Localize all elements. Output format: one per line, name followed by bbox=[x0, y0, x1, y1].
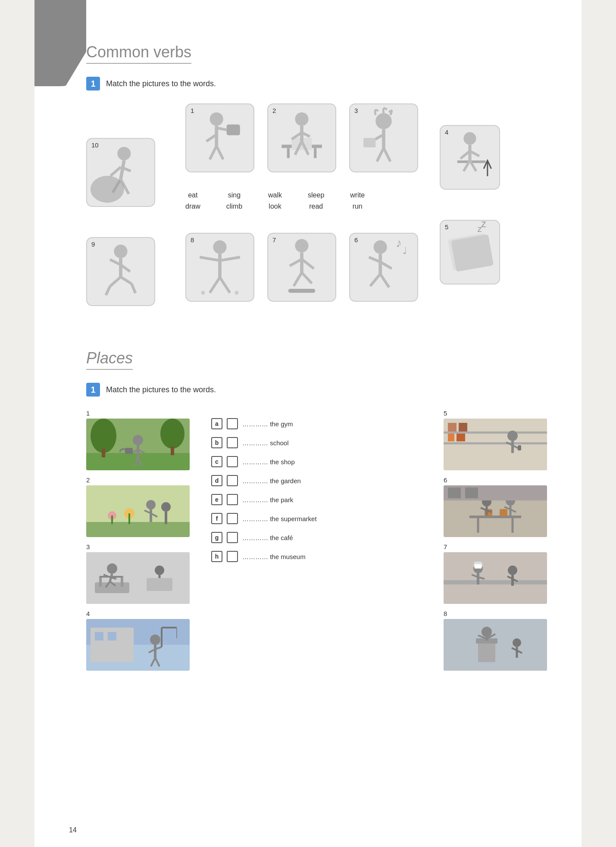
answer-box-b[interactable] bbox=[227, 437, 238, 448]
verb-pic-label-9: 9 bbox=[91, 241, 95, 248]
verb-picture-9: 9 bbox=[86, 237, 155, 306]
place-img-box-5 bbox=[444, 419, 547, 470]
place-svg-1 bbox=[86, 419, 190, 470]
place-label-f: ………… the supermarket bbox=[242, 515, 317, 522]
verb-pic-label-10: 10 bbox=[91, 141, 99, 149]
word-pair-5: write run bbox=[350, 190, 365, 212]
match-item-e: e ………… the park bbox=[211, 494, 431, 505]
places-section: Places 1 Match the pictures to the words… bbox=[86, 349, 547, 671]
svg-rect-127 bbox=[444, 431, 547, 434]
svg-rect-85 bbox=[125, 448, 133, 454]
svg-point-133 bbox=[507, 431, 518, 441]
word-pair-2: sing climb bbox=[226, 190, 242, 212]
svg-point-117 bbox=[150, 634, 160, 645]
svg-rect-131 bbox=[448, 434, 454, 441]
place-svg-5 bbox=[444, 419, 547, 470]
answer-box-h[interactable] bbox=[227, 551, 238, 562]
place-img-box-4 bbox=[86, 619, 190, 671]
place-img-box-8 bbox=[444, 619, 547, 671]
place-label-e: ………… the park bbox=[242, 496, 293, 503]
word-sleep: sleep bbox=[308, 190, 324, 201]
svg-line-58 bbox=[294, 272, 302, 286]
svg-line-44 bbox=[106, 286, 110, 295]
place-image-1: 1 bbox=[86, 409, 198, 470]
activity1-number: 1 bbox=[86, 77, 100, 91]
match-item-b: b ………… school bbox=[211, 437, 431, 448]
word-write: write bbox=[350, 190, 365, 201]
svg-point-7 bbox=[210, 113, 223, 126]
svg-point-174 bbox=[513, 638, 521, 647]
activity1-instruction: Match the pictures to the words. bbox=[106, 79, 216, 88]
place-num-4: 4 bbox=[86, 610, 198, 617]
letter-f: f bbox=[211, 513, 222, 524]
svg-rect-143 bbox=[500, 509, 507, 516]
verb-figure-7-svg bbox=[268, 234, 335, 301]
svg-rect-156 bbox=[444, 580, 547, 584]
word-sing: sing bbox=[228, 190, 241, 201]
place-label-c: ………… the shop bbox=[242, 458, 295, 466]
place-img-box-2 bbox=[86, 485, 190, 537]
answer-box-f[interactable] bbox=[227, 513, 238, 524]
verb-pic-label-4: 4 bbox=[445, 128, 448, 136]
answer-box-g[interactable] bbox=[227, 532, 238, 543]
verb-pic-label-5: 5 bbox=[445, 223, 448, 231]
letter-b: b bbox=[211, 437, 222, 448]
svg-line-45 bbox=[131, 284, 135, 293]
verb-figure-1-svg bbox=[186, 104, 253, 172]
svg-rect-129 bbox=[448, 423, 457, 431]
places-middle-column: a ………… the gym b ………… school c ………… the … bbox=[211, 409, 431, 671]
svg-rect-87 bbox=[86, 522, 190, 537]
answer-box-e[interactable] bbox=[227, 494, 238, 505]
svg-rect-132 bbox=[457, 434, 465, 441]
verb-pic-label-3: 3 bbox=[354, 107, 358, 114]
svg-point-38 bbox=[114, 245, 127, 258]
verb-figure-8-svg bbox=[186, 234, 253, 301]
place-svg-2 bbox=[86, 485, 190, 537]
svg-line-42 bbox=[110, 277, 121, 286]
svg-point-61 bbox=[374, 241, 387, 254]
place-img-box-3 bbox=[86, 552, 190, 604]
svg-point-24 bbox=[375, 113, 391, 129]
svg-rect-130 bbox=[459, 423, 467, 431]
place-label-h: ………… the museum bbox=[242, 553, 306, 560]
svg-rect-159 bbox=[475, 564, 482, 569]
match-item-f: f ………… the supermarket bbox=[211, 513, 431, 524]
answer-box-d[interactable] bbox=[227, 475, 238, 486]
place-num-7: 7 bbox=[444, 543, 547, 550]
verb-figure-2-svg bbox=[268, 104, 335, 172]
svg-point-170 bbox=[482, 627, 492, 637]
svg-rect-78 bbox=[171, 447, 174, 455]
svg-point-75 bbox=[91, 419, 116, 453]
places-right-column: 5 bbox=[444, 409, 547, 671]
place-num-1: 1 bbox=[86, 409, 198, 417]
svg-line-49 bbox=[220, 257, 240, 261]
answer-box-c[interactable] bbox=[227, 456, 238, 467]
places-content: 1 bbox=[86, 409, 547, 671]
place-image-7: 7 bbox=[444, 543, 547, 604]
svg-line-65 bbox=[369, 257, 381, 262]
answer-box-a[interactable] bbox=[227, 418, 238, 429]
place-label-d: ………… the garden bbox=[242, 477, 301, 484]
svg-line-43 bbox=[121, 277, 131, 284]
svg-line-51 bbox=[220, 277, 230, 293]
svg-rect-153 bbox=[448, 488, 461, 498]
svg-rect-137 bbox=[518, 445, 521, 450]
verb-pic-label-2: 2 bbox=[272, 107, 276, 114]
svg-rect-8 bbox=[227, 125, 240, 135]
letter-c: c bbox=[211, 456, 222, 467]
word-look: look bbox=[269, 201, 281, 212]
verb-picture-4: 4 bbox=[440, 125, 500, 190]
verb-figure-6-svg: ♪ ♩ bbox=[350, 234, 417, 301]
verb-picture-2: 2 bbox=[267, 103, 336, 172]
place-image-6: 6 bbox=[444, 476, 547, 537]
svg-point-92 bbox=[146, 500, 156, 509]
place-image-3: 3 bbox=[86, 543, 198, 604]
verb-figure-3-svg bbox=[350, 104, 417, 172]
match-item-h: h ………… the museum bbox=[211, 551, 431, 562]
word-pair-3: walk look bbox=[268, 190, 282, 212]
svg-rect-116 bbox=[108, 632, 116, 641]
verb-pic-label-8: 8 bbox=[191, 236, 194, 244]
letter-d: d bbox=[211, 475, 222, 486]
svg-rect-139 bbox=[469, 516, 521, 518]
letter-e: e bbox=[211, 494, 222, 505]
